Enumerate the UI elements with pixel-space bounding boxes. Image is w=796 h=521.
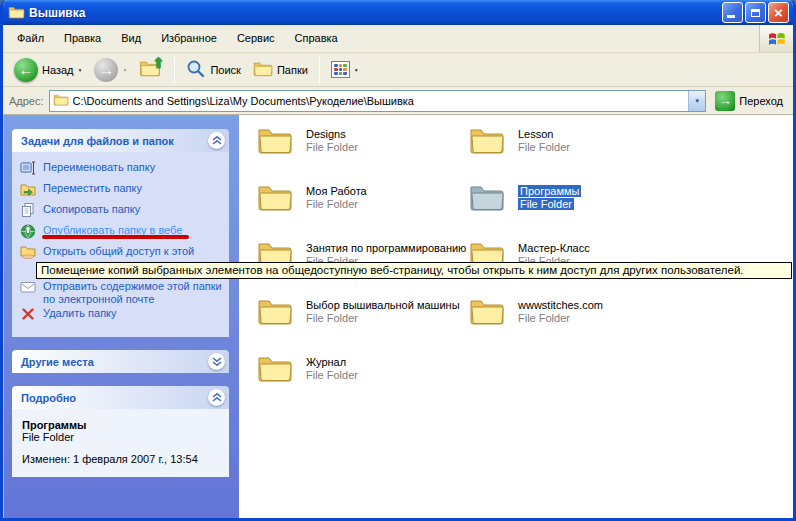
folder-name: wwwstitches.com [518,299,603,311]
up-button[interactable]: ⬆ [134,57,168,83]
tasks-panel: Задачи для файлов и папок Переименовать … [12,129,229,337]
folder-icon [257,353,293,383]
folder-tile[interactable]: Моя Работа File Folder [257,182,469,218]
toolbar: ← Назад ▼ → ▼ ⬆ Поиск Папк [3,53,793,87]
folder-tile[interactable]: Выбор вышивальной машины File Folder [257,296,469,332]
maximize-icon [751,9,760,17]
folder-name: Моя Работа [306,185,367,197]
go-label: Переход [739,95,783,107]
details-panel: Подробно Программы File Folder Изменен: … [12,386,229,477]
folder-tile[interactable]: Журнал File Folder [257,353,469,389]
task-item[interactable]: Опубликовать папку в вебе [20,223,223,244]
windows-logo-icon [759,25,793,52]
folder-name: Lesson [518,128,553,140]
folder-type: File Folder [518,141,570,153]
views-button[interactable]: ▼ [326,59,364,80]
search-button[interactable]: Поиск [181,57,245,83]
task-item[interactable]: Отправить содержимое этой папки по элект… [20,279,223,306]
folder-name: Занятия по программированию [306,242,466,254]
folder-icon [469,182,505,212]
chevron-up-icon[interactable] [208,389,225,406]
folder-name: Мастер-Класс [518,242,590,254]
red-underline-annotation [42,235,189,239]
chevron-down-icon[interactable] [208,353,225,370]
back-label: Назад [42,64,74,76]
folder-icon [257,296,293,326]
views-icon [331,61,350,78]
chevron-up-icon[interactable] [208,132,225,149]
toolbar-separator [319,57,320,83]
go-button[interactable]: → Переход [711,91,787,111]
title-bar[interactable]: Вышивка × [3,0,793,25]
minimize-button[interactable] [722,2,743,23]
folder-icon [469,296,505,326]
search-label: Поиск [210,64,240,76]
folder-name: Designs [306,128,346,140]
folder-tile[interactable]: Designs File Folder [257,125,469,161]
folder-type: File Folder [306,141,358,153]
details-header[interactable]: Подробно [12,386,229,409]
search-icon [186,59,206,81]
details-item-modified: Изменен: 1 февраля 2007 г., 13:54 [22,453,219,465]
menu-item[interactable]: Справка [285,25,348,52]
folder-type: File Folder [306,312,358,324]
email-icon [20,279,36,295]
menu-item[interactable]: Сервис [227,25,285,52]
up-arrow-icon: ⬆ [153,55,165,71]
details-item-type: File Folder [22,431,219,443]
forward-icon: → [94,58,118,82]
back-dropdown-icon[interactable]: ▼ [78,67,83,73]
views-dropdown-icon[interactable]: ▼ [354,67,359,73]
sidebar: Задачи для файлов и папок Переименовать … [3,115,239,519]
explorer-window: Вышивка × ФайлПравкаВидИзбранноеСервисСп… [0,0,796,521]
folder-icon [257,125,293,155]
folder-icon [53,93,69,108]
move-icon [20,181,36,197]
details-item-name: Программы [22,419,219,431]
folder-tile[interactable]: wwwstitches.com File Folder [469,296,793,332]
task-item[interactable]: Скопировать папку [20,202,223,223]
back-button[interactable]: ← Назад ▼ [9,56,87,84]
folder-name: Журнал [306,356,346,368]
folders-button[interactable]: Папки [248,58,313,81]
folder-icon [469,125,505,155]
task-item[interactable]: Переименовать папку [20,160,223,181]
task-item[interactable]: Удалить папку [20,306,223,327]
folder-type: File Folder [306,198,358,210]
folder-type: File Folder [518,312,570,324]
toolbar-separator [174,57,175,83]
menu-item[interactable]: Вид [111,25,151,52]
other-places-header[interactable]: Другие места [12,350,229,373]
share-icon [20,244,36,260]
maximize-button[interactable] [745,2,766,23]
folder-tile[interactable]: Программы File Folder [469,182,793,218]
folder-icon [257,182,293,212]
address-label: Адрес: [9,95,44,107]
publish-icon [20,223,36,239]
forward-dropdown-icon: ▼ [122,67,127,73]
copy-icon [20,202,36,218]
delete-icon [20,306,36,322]
other-places-panel: Другие места [12,350,229,373]
tooltip: Помещение копий выбранных элементов на о… [36,262,792,279]
tasks-panel-title: Задачи для файлов и папок [21,135,174,147]
folder-type: File Folder [518,198,574,210]
menu-item[interactable]: Файл [7,25,54,52]
menu-item[interactable]: Правка [54,25,111,52]
folder-icon [8,5,25,21]
folder-tile[interactable]: Lesson File Folder [469,125,793,161]
close-button[interactable]: × [768,2,789,23]
menu-bar: ФайлПравкаВидИзбранноеСервисСправка [3,25,793,53]
address-input[interactable]: C:\Documents and Settings\Liza\My Docume… [49,90,707,112]
tasks-panel-header[interactable]: Задачи для файлов и папок [12,129,229,152]
window-title: Вышивка [29,6,718,20]
details-title: Подробно [21,392,76,404]
menu-item[interactable]: Избранное [151,25,227,52]
address-dropdown-button[interactable]: ▼ [688,91,705,111]
go-arrow-icon: → [715,91,735,111]
folder-name: Выбор вышивальной машины [306,299,460,311]
address-path: C:\Documents and Settings\Liza\My Docume… [73,95,685,107]
task-item[interactable]: Переместить папку [20,181,223,202]
forward-button[interactable]: → ▼ [89,56,132,84]
folders-label: Папки [277,64,308,76]
